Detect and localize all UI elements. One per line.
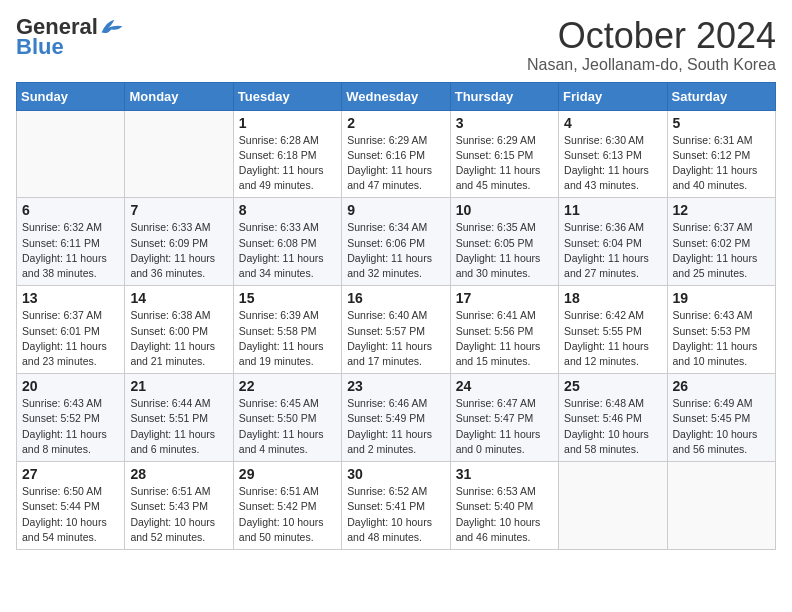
week-row-5: 27Sunrise: 6:50 AM Sunset: 5:44 PM Dayli… xyxy=(17,462,776,550)
day-info: Sunrise: 6:51 AM Sunset: 5:42 PM Dayligh… xyxy=(239,484,336,545)
calendar: SundayMondayTuesdayWednesdayThursdayFrid… xyxy=(16,82,776,550)
day-number: 14 xyxy=(130,290,227,306)
day-cell: 8Sunrise: 6:33 AM Sunset: 6:08 PM Daylig… xyxy=(233,198,341,286)
day-number: 20 xyxy=(22,378,119,394)
logo-bird-icon xyxy=(100,18,124,36)
day-info: Sunrise: 6:37 AM Sunset: 6:02 PM Dayligh… xyxy=(673,220,770,281)
day-header-wednesday: Wednesday xyxy=(342,82,450,110)
day-cell: 26Sunrise: 6:49 AM Sunset: 5:45 PM Dayli… xyxy=(667,374,775,462)
week-row-3: 13Sunrise: 6:37 AM Sunset: 6:01 PM Dayli… xyxy=(17,286,776,374)
day-cell: 14Sunrise: 6:38 AM Sunset: 6:00 PM Dayli… xyxy=(125,286,233,374)
day-number: 28 xyxy=(130,466,227,482)
day-info: Sunrise: 6:36 AM Sunset: 6:04 PM Dayligh… xyxy=(564,220,661,281)
day-cell xyxy=(667,462,775,550)
day-info: Sunrise: 6:31 AM Sunset: 6:12 PM Dayligh… xyxy=(673,133,770,194)
day-header-sunday: Sunday xyxy=(17,82,125,110)
day-info: Sunrise: 6:46 AM Sunset: 5:49 PM Dayligh… xyxy=(347,396,444,457)
day-info: Sunrise: 6:34 AM Sunset: 6:06 PM Dayligh… xyxy=(347,220,444,281)
location: Nasan, Jeollanam-do, South Korea xyxy=(527,56,776,74)
day-cell: 3Sunrise: 6:29 AM Sunset: 6:15 PM Daylig… xyxy=(450,110,558,198)
day-info: Sunrise: 6:29 AM Sunset: 6:16 PM Dayligh… xyxy=(347,133,444,194)
day-cell: 16Sunrise: 6:40 AM Sunset: 5:57 PM Dayli… xyxy=(342,286,450,374)
day-number: 27 xyxy=(22,466,119,482)
day-info: Sunrise: 6:52 AM Sunset: 5:41 PM Dayligh… xyxy=(347,484,444,545)
day-info: Sunrise: 6:37 AM Sunset: 6:01 PM Dayligh… xyxy=(22,308,119,369)
page-header: General Blue October 2024 Nasan, Jeollan… xyxy=(16,16,776,74)
day-info: Sunrise: 6:41 AM Sunset: 5:56 PM Dayligh… xyxy=(456,308,553,369)
day-info: Sunrise: 6:33 AM Sunset: 6:09 PM Dayligh… xyxy=(130,220,227,281)
day-cell: 28Sunrise: 6:51 AM Sunset: 5:43 PM Dayli… xyxy=(125,462,233,550)
day-cell: 23Sunrise: 6:46 AM Sunset: 5:49 PM Dayli… xyxy=(342,374,450,462)
day-info: Sunrise: 6:48 AM Sunset: 5:46 PM Dayligh… xyxy=(564,396,661,457)
day-header-thursday: Thursday xyxy=(450,82,558,110)
day-info: Sunrise: 6:47 AM Sunset: 5:47 PM Dayligh… xyxy=(456,396,553,457)
day-info: Sunrise: 6:49 AM Sunset: 5:45 PM Dayligh… xyxy=(673,396,770,457)
day-number: 26 xyxy=(673,378,770,394)
day-number: 12 xyxy=(673,202,770,218)
day-cell: 17Sunrise: 6:41 AM Sunset: 5:56 PM Dayli… xyxy=(450,286,558,374)
day-number: 11 xyxy=(564,202,661,218)
days-header-row: SundayMondayTuesdayWednesdayThursdayFrid… xyxy=(17,82,776,110)
day-number: 4 xyxy=(564,115,661,131)
day-number: 30 xyxy=(347,466,444,482)
day-cell xyxy=(17,110,125,198)
day-cell: 1Sunrise: 6:28 AM Sunset: 6:18 PM Daylig… xyxy=(233,110,341,198)
day-header-saturday: Saturday xyxy=(667,82,775,110)
day-number: 16 xyxy=(347,290,444,306)
week-row-4: 20Sunrise: 6:43 AM Sunset: 5:52 PM Dayli… xyxy=(17,374,776,462)
day-cell: 20Sunrise: 6:43 AM Sunset: 5:52 PM Dayli… xyxy=(17,374,125,462)
title-block: October 2024 Nasan, Jeollanam-do, South … xyxy=(527,16,776,74)
day-cell: 5Sunrise: 6:31 AM Sunset: 6:12 PM Daylig… xyxy=(667,110,775,198)
day-info: Sunrise: 6:51 AM Sunset: 5:43 PM Dayligh… xyxy=(130,484,227,545)
day-info: Sunrise: 6:53 AM Sunset: 5:40 PM Dayligh… xyxy=(456,484,553,545)
day-cell: 7Sunrise: 6:33 AM Sunset: 6:09 PM Daylig… xyxy=(125,198,233,286)
logo-blue-text: Blue xyxy=(16,34,64,60)
day-number: 23 xyxy=(347,378,444,394)
day-info: Sunrise: 6:38 AM Sunset: 6:00 PM Dayligh… xyxy=(130,308,227,369)
day-number: 6 xyxy=(22,202,119,218)
day-number: 15 xyxy=(239,290,336,306)
day-cell: 10Sunrise: 6:35 AM Sunset: 6:05 PM Dayli… xyxy=(450,198,558,286)
day-cell: 27Sunrise: 6:50 AM Sunset: 5:44 PM Dayli… xyxy=(17,462,125,550)
day-cell: 22Sunrise: 6:45 AM Sunset: 5:50 PM Dayli… xyxy=(233,374,341,462)
day-info: Sunrise: 6:44 AM Sunset: 5:51 PM Dayligh… xyxy=(130,396,227,457)
day-number: 9 xyxy=(347,202,444,218)
day-number: 25 xyxy=(564,378,661,394)
day-cell: 24Sunrise: 6:47 AM Sunset: 5:47 PM Dayli… xyxy=(450,374,558,462)
day-cell: 9Sunrise: 6:34 AM Sunset: 6:06 PM Daylig… xyxy=(342,198,450,286)
day-cell: 31Sunrise: 6:53 AM Sunset: 5:40 PM Dayli… xyxy=(450,462,558,550)
day-info: Sunrise: 6:30 AM Sunset: 6:13 PM Dayligh… xyxy=(564,133,661,194)
day-number: 7 xyxy=(130,202,227,218)
day-number: 29 xyxy=(239,466,336,482)
day-number: 3 xyxy=(456,115,553,131)
day-cell: 13Sunrise: 6:37 AM Sunset: 6:01 PM Dayli… xyxy=(17,286,125,374)
day-header-friday: Friday xyxy=(559,82,667,110)
day-cell: 30Sunrise: 6:52 AM Sunset: 5:41 PM Dayli… xyxy=(342,462,450,550)
day-cell: 18Sunrise: 6:42 AM Sunset: 5:55 PM Dayli… xyxy=(559,286,667,374)
day-number: 22 xyxy=(239,378,336,394)
day-cell: 25Sunrise: 6:48 AM Sunset: 5:46 PM Dayli… xyxy=(559,374,667,462)
day-info: Sunrise: 6:43 AM Sunset: 5:53 PM Dayligh… xyxy=(673,308,770,369)
day-cell: 11Sunrise: 6:36 AM Sunset: 6:04 PM Dayli… xyxy=(559,198,667,286)
day-cell: 19Sunrise: 6:43 AM Sunset: 5:53 PM Dayli… xyxy=(667,286,775,374)
day-info: Sunrise: 6:29 AM Sunset: 6:15 PM Dayligh… xyxy=(456,133,553,194)
day-header-monday: Monday xyxy=(125,82,233,110)
day-number: 5 xyxy=(673,115,770,131)
day-number: 13 xyxy=(22,290,119,306)
day-cell: 6Sunrise: 6:32 AM Sunset: 6:11 PM Daylig… xyxy=(17,198,125,286)
day-cell: 15Sunrise: 6:39 AM Sunset: 5:58 PM Dayli… xyxy=(233,286,341,374)
day-info: Sunrise: 6:50 AM Sunset: 5:44 PM Dayligh… xyxy=(22,484,119,545)
day-number: 8 xyxy=(239,202,336,218)
week-row-1: 1Sunrise: 6:28 AM Sunset: 6:18 PM Daylig… xyxy=(17,110,776,198)
day-info: Sunrise: 6:43 AM Sunset: 5:52 PM Dayligh… xyxy=(22,396,119,457)
day-number: 19 xyxy=(673,290,770,306)
day-number: 1 xyxy=(239,115,336,131)
day-info: Sunrise: 6:40 AM Sunset: 5:57 PM Dayligh… xyxy=(347,308,444,369)
day-cell: 12Sunrise: 6:37 AM Sunset: 6:02 PM Dayli… xyxy=(667,198,775,286)
day-info: Sunrise: 6:42 AM Sunset: 5:55 PM Dayligh… xyxy=(564,308,661,369)
day-cell: 29Sunrise: 6:51 AM Sunset: 5:42 PM Dayli… xyxy=(233,462,341,550)
day-info: Sunrise: 6:45 AM Sunset: 5:50 PM Dayligh… xyxy=(239,396,336,457)
day-number: 2 xyxy=(347,115,444,131)
day-cell xyxy=(125,110,233,198)
day-number: 24 xyxy=(456,378,553,394)
